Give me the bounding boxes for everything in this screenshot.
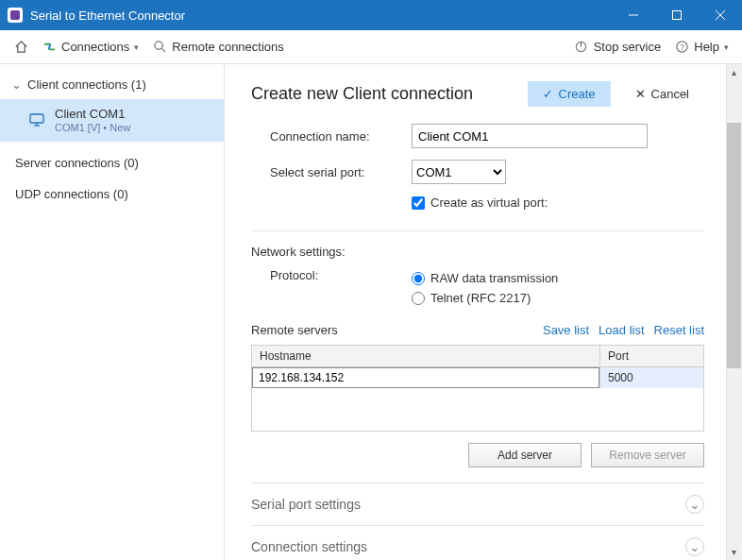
- remove-server-button[interactable]: Remove server: [591, 443, 704, 467]
- window-title: Serial to Ethernet Connector: [30, 8, 185, 23]
- maximize-button[interactable]: [655, 0, 699, 30]
- serial-port-settings-section[interactable]: Serial port settings ⌄: [251, 483, 704, 525]
- chevron-down-icon: ⌄: [685, 537, 704, 556]
- protocol-telnet-radio[interactable]: [412, 292, 425, 305]
- connection-settings-label: Connection settings: [251, 539, 367, 554]
- sidebar-item-label: Client COM1: [55, 107, 130, 122]
- hostname-input[interactable]: [252, 367, 599, 388]
- network-settings-title: Network settings:: [251, 245, 704, 259]
- connection-name-label: Connection name:: [270, 129, 412, 144]
- protocol-raw-label: RAW data transmission: [430, 271, 558, 285]
- close-icon: ✕: [635, 87, 646, 101]
- help-icon: ?: [674, 40, 689, 55]
- chevron-down-icon: ⌄: [685, 495, 704, 514]
- serial-port-settings-label: Serial port settings: [251, 497, 361, 512]
- create-button[interactable]: ✓ Create: [528, 81, 611, 107]
- serial-port-select[interactable]: COM1: [412, 160, 506, 184]
- home-icon: [13, 40, 28, 55]
- stop-service-button[interactable]: Stop service: [570, 36, 666, 59]
- sidebar-group-server-label: Server connections (0): [15, 156, 139, 170]
- help-label: Help: [694, 40, 719, 54]
- connection-settings-section[interactable]: Connection settings ⌄: [251, 525, 704, 560]
- page-title: Create new Client connection: [251, 84, 528, 104]
- save-list-link[interactable]: Save list: [543, 323, 589, 337]
- toolbar: Connections ▾ Remote connections Stop se…: [0, 30, 742, 64]
- power-icon: [574, 40, 589, 55]
- sidebar-item-sublabel: COM1 [V] • New: [55, 122, 130, 134]
- svg-point-4: [155, 42, 162, 49]
- create-button-label: Create: [559, 87, 596, 101]
- add-server-button[interactable]: Add server: [468, 443, 582, 467]
- svg-rect-10: [30, 114, 43, 123]
- connections-label: Connections: [61, 40, 129, 54]
- search-icon: [152, 40, 167, 55]
- protocol-raw-radio[interactable]: [412, 272, 425, 285]
- sidebar-group-udp[interactable]: UDP connections (0): [15, 178, 209, 210]
- svg-text:?: ?: [680, 42, 684, 52]
- titlebar: Serial to Ethernet Connector: [0, 0, 742, 30]
- create-virtual-label: Create as virtual port:: [430, 195, 548, 210]
- sidebar-group-udp-label: UDP connections (0): [15, 187, 128, 201]
- scrollbar[interactable]: ▴ ▾: [726, 64, 742, 560]
- remote-connections-label: Remote connections: [172, 40, 284, 54]
- sidebar: ⌄ Client connections (1) Client COM1 COM…: [0, 64, 225, 560]
- scroll-up-icon[interactable]: ▴: [726, 64, 742, 80]
- svg-rect-1: [673, 11, 682, 20]
- close-button[interactable]: [699, 0, 742, 30]
- connections-menu[interactable]: Connections ▾: [38, 36, 143, 59]
- cancel-button[interactable]: ✕ Cancel: [620, 81, 704, 107]
- cancel-button-label: Cancel: [651, 87, 689, 101]
- sidebar-group-server[interactable]: Server connections (0): [15, 147, 209, 178]
- svg-line-5: [161, 48, 165, 52]
- help-menu[interactable]: ? Help ▾: [670, 36, 733, 59]
- remote-servers-title: Remote servers: [251, 323, 533, 337]
- remove-server-label: Remove server: [609, 449, 685, 462]
- table-row[interactable]: 5000: [252, 367, 703, 388]
- minimize-button[interactable]: [612, 0, 655, 30]
- load-list-link[interactable]: Load list: [599, 323, 644, 337]
- sidebar-item-client-com1[interactable]: Client COM1 COM1 [V] • New: [0, 99, 224, 142]
- col-hostname: Hostname: [252, 346, 599, 366]
- chevron-down-icon: ▾: [724, 42, 729, 52]
- monitor-icon: [28, 111, 45, 128]
- connections-icon: [42, 40, 57, 55]
- sidebar-group-client-label: Client connections (1): [27, 77, 146, 92]
- stop-service-label: Stop service: [594, 40, 662, 54]
- reset-list-link[interactable]: Reset list: [654, 323, 704, 337]
- create-virtual-checkbox[interactable]: [412, 196, 425, 210]
- add-server-label: Add server: [497, 449, 552, 462]
- chevron-down-icon: ⌄: [11, 77, 22, 92]
- check-icon: ✓: [543, 87, 553, 101]
- protocol-label: Protocol:: [270, 268, 412, 282]
- app-icon: [8, 8, 23, 23]
- remote-connections-button[interactable]: Remote connections: [148, 36, 288, 59]
- scroll-thumb[interactable]: [727, 123, 741, 368]
- scroll-down-icon[interactable]: ▾: [726, 544, 742, 560]
- sidebar-group-client[interactable]: ⌄ Client connections (1): [0, 70, 224, 99]
- col-port: Port: [599, 346, 703, 366]
- select-port-label: Select serial port:: [270, 165, 412, 179]
- connection-name-input[interactable]: [412, 124, 648, 148]
- chevron-down-icon: ▾: [134, 42, 139, 52]
- port-cell[interactable]: 5000: [599, 367, 703, 388]
- home-button[interactable]: [9, 36, 32, 59]
- protocol-telnet-label: Telnet (RFC 2217): [430, 291, 531, 305]
- remote-servers-table: Hostname Port 5000: [251, 345, 704, 432]
